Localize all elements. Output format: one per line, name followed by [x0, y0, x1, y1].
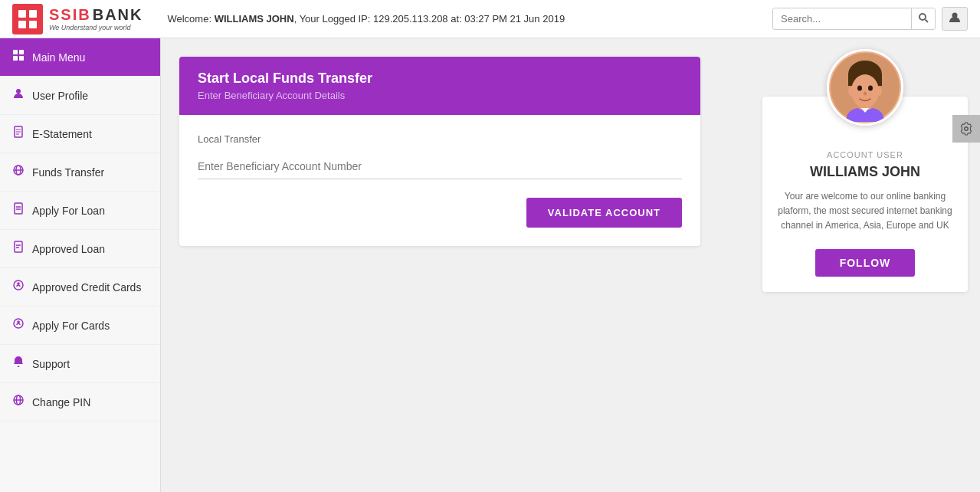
sidebar-label-funds-transfer: Funds Transfer [32, 166, 104, 179]
sidebar-item-apply-for-loan[interactable]: Apply For Loan [0, 192, 160, 230]
svg-rect-22 [15, 241, 22, 252]
right-panel: ACCOUNT USER WILLIAMS JOHN Your are welc… [750, 38, 980, 492]
search-box [772, 8, 936, 30]
sidebar-item-change-pin[interactable]: Change PIN [0, 383, 160, 421]
welcome-username: WILLIAMS JOHN [215, 13, 294, 25]
sidebar-item-apply-for-cards[interactable]: Apply For Cards [0, 307, 160, 345]
search-input[interactable] [773, 9, 911, 28]
profile-card: ACCOUNT USER WILLIAMS JOHN Your are welc… [762, 97, 968, 292]
logo-ssib: SSIB [49, 6, 91, 24]
svg-rect-19 [15, 203, 22, 214]
svg-rect-1 [29, 10, 37, 18]
logo-text: SSIB BANK We Understand your world [49, 6, 143, 31]
svg-point-35 [851, 74, 879, 108]
transfer-title: Start Local Funds Transfer [198, 71, 682, 87]
avatar-image [831, 53, 900, 122]
file-icon [12, 202, 25, 218]
sidebar-label-e-statement: E-Statement [32, 128, 92, 140]
svg-rect-8 [19, 50, 24, 54]
transfer-card: Start Local Funds Transfer Enter Benefic… [179, 57, 700, 246]
header: SSIB BANK We Understand your world Welco… [0, 0, 980, 38]
header-right [772, 7, 968, 31]
svg-point-38 [864, 92, 867, 96]
gear-icon [959, 122, 973, 136]
transfer-type-label: Local Transfer [198, 133, 682, 145]
document-icon [12, 126, 25, 142]
sidebar-item-approved-loan[interactable]: Approved Loan [0, 230, 160, 268]
svg-line-5 [926, 20, 929, 23]
welcome-prefix: Welcome: [167, 13, 214, 25]
search-button[interactable] [911, 8, 935, 29]
beneficiary-account-input[interactable] [198, 154, 682, 179]
time-text: at: 03:27 PM 21 Jun 2019 [448, 13, 565, 25]
ip-text: , Your Logged IP: 129.205.113.208 [294, 13, 448, 25]
svg-rect-3 [29, 21, 37, 28]
header-left: SSIB BANK We Understand your world Welco… [12, 4, 565, 34]
sidebar-label-support: Support [32, 358, 70, 370]
credit-apply-icon [12, 317, 25, 333]
logo-icon [12, 4, 43, 34]
svg-point-26 [18, 283, 19, 284]
svg-point-37 [868, 86, 873, 91]
transfer-actions: VALIDATE ACCOUNT [198, 198, 682, 228]
globe2-icon [12, 394, 25, 410]
transfer-card-header: Start Local Funds Transfer Enter Benefic… [179, 57, 700, 115]
globe-icon [12, 164, 25, 180]
svg-point-36 [857, 86, 862, 91]
svg-rect-0 [18, 10, 26, 18]
settings-button[interactable] [952, 115, 980, 143]
sidebar-label-change-pin: Change PIN [32, 396, 90, 408]
svg-point-40 [876, 87, 882, 96]
svg-point-11 [16, 89, 21, 93]
svg-rect-10 [19, 56, 24, 61]
grid-icon [12, 49, 25, 65]
svg-point-4 [919, 14, 926, 20]
svg-rect-2 [18, 21, 26, 28]
file-check-icon [12, 241, 25, 257]
logo-bank: BANK [93, 6, 143, 24]
sidebar-item-user-profile[interactable]: User Profile [0, 77, 160, 115]
main-content: Start Local Funds Transfer Enter Benefic… [161, 38, 750, 492]
account-description: Your are welcome to our online banking p… [778, 189, 952, 234]
sidebar-label-user-profile: User Profile [32, 90, 88, 102]
sidebar-item-e-statement[interactable]: E-Statement [0, 115, 160, 153]
follow-button[interactable]: FOLLOW [815, 249, 916, 277]
sidebar-label-apply-for-loan: Apply For Loan [32, 205, 105, 217]
avatar [827, 49, 903, 126]
svg-rect-7 [13, 50, 18, 54]
sidebar: Main Menu User Profile E-Statement [0, 38, 161, 492]
logo: SSIB BANK We Understand your world [12, 4, 143, 34]
welcome-message: Welcome: WILLIAMS JOHN, Your Logged IP: … [167, 13, 565, 25]
bell-icon [12, 356, 25, 372]
transfer-subtitle: Enter Beneficiary Account Details [198, 90, 682, 101]
svg-point-39 [848, 87, 854, 96]
logo-tagline: We Understand your world [49, 24, 143, 31]
sidebar-item-main-menu[interactable]: Main Menu [0, 38, 160, 77]
sidebar-label-approved-loan: Approved Loan [32, 243, 105, 255]
avatar-container [827, 49, 903, 126]
person-icon [12, 87, 25, 103]
sidebar-item-approved-credit-cards[interactable]: Approved Credit Cards [0, 268, 160, 307]
account-user-name: WILLIAMS JOHN [778, 164, 952, 180]
validate-account-button[interactable]: VALIDATE ACCOUNT [526, 198, 682, 228]
credit-icon [12, 279, 25, 295]
sidebar-label-apply-for-cards: Apply For Cards [32, 320, 110, 332]
svg-rect-9 [13, 56, 18, 61]
account-user-label: ACCOUNT USER [778, 150, 952, 159]
user-icon-button[interactable] [942, 7, 968, 31]
sidebar-item-funds-transfer[interactable]: Funds Transfer [0, 153, 160, 192]
sidebar-label-approved-credit-cards: Approved Credit Cards [32, 281, 141, 294]
sidebar-label-main-menu: Main Menu [32, 51, 85, 64]
body-area: Main Menu User Profile E-Statement [0, 38, 980, 492]
transfer-card-body: Local Transfer VALIDATE ACCOUNT [179, 115, 700, 246]
svg-point-28 [18, 321, 19, 323]
sidebar-item-support[interactable]: Support [0, 345, 160, 383]
